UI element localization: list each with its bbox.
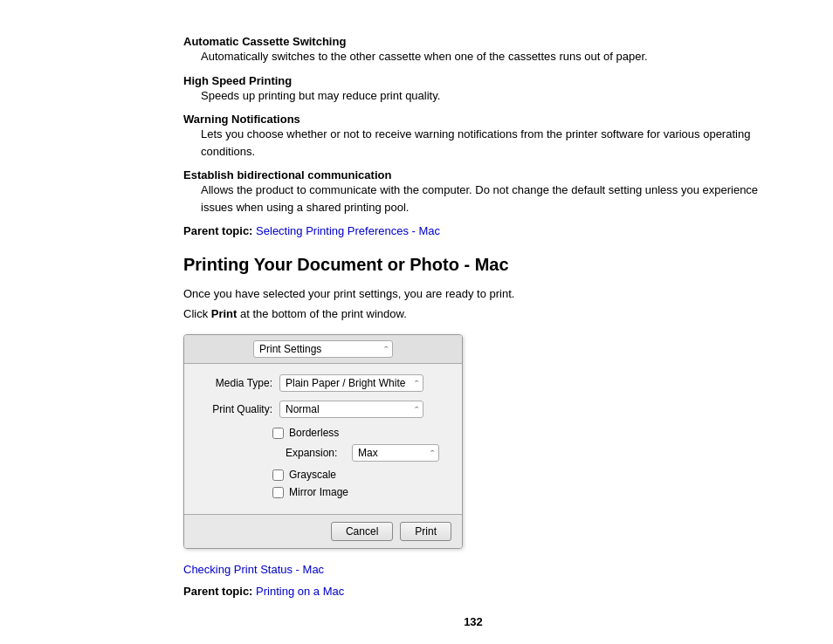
dialog-body: Media Type: Plain Paper / Bright White P… xyxy=(184,364,462,514)
expansion-row: Expansion: Max xyxy=(286,444,448,462)
body-text-2-bold: Print xyxy=(211,307,238,320)
expansion-select[interactable]: Max xyxy=(352,444,439,462)
high-speed-title: High Speed Printing xyxy=(183,74,763,87)
links-section: Checking Print Status - Mac Parent topic… xyxy=(183,563,763,598)
grayscale-checkbox[interactable] xyxy=(272,469,284,481)
parent-topic-1: Parent topic: Selecting Printing Prefere… xyxy=(183,224,763,237)
bidirectional-title: Establish bidirectional communication xyxy=(183,168,763,182)
media-type-select-wrapper[interactable]: Plain Paper / Bright White Paper xyxy=(279,374,423,392)
warning-desc: Lets you choose whether or not to receiv… xyxy=(201,126,763,160)
section-bidirectional: Establish bidirectional communication Al… xyxy=(183,168,763,216)
auto-cassette-desc: Automatically switches to the other cass… xyxy=(201,48,763,65)
body-text-2-prefix: Click xyxy=(183,307,211,320)
section-warning: Warning Notifications Lets you choose wh… xyxy=(183,113,763,160)
content-area: Automatic Cassette Switching Automatical… xyxy=(183,35,763,628)
checking-print-status-link[interactable]: Checking Print Status - Mac xyxy=(183,563,324,576)
borderless-row: Borderless xyxy=(272,427,448,439)
mirror-image-checkbox[interactable] xyxy=(272,487,284,498)
checking-print-status-link-row: Checking Print Status - Mac xyxy=(183,563,763,576)
warning-title: Warning Notifications xyxy=(183,113,763,126)
print-button[interactable]: Print xyxy=(400,522,451,541)
print-quality-label: Print Quality: xyxy=(198,403,272,415)
media-type-select[interactable]: Plain Paper / Bright White Paper xyxy=(279,374,423,392)
borderless-checkbox[interactable] xyxy=(272,428,284,439)
print-quality-row: Print Quality: Normal xyxy=(198,401,448,418)
media-type-label: Media Type: xyxy=(198,377,272,389)
section-auto-cassette: Automatic Cassette Switching Automatical… xyxy=(183,35,763,65)
mirror-image-label[interactable]: Mirror Image xyxy=(289,486,348,498)
bidirectional-desc: Allows the product to communicate with t… xyxy=(201,182,763,216)
body-text-1: Once you have selected your print settin… xyxy=(183,287,763,300)
expansion-label: Expansion: xyxy=(286,447,347,459)
body-text-2: Click Print at the bottom of the print w… xyxy=(183,307,763,320)
grayscale-row: Grayscale xyxy=(272,469,448,481)
print-quality-select-wrapper[interactable]: Normal xyxy=(279,401,423,418)
mirror-image-row: Mirror Image xyxy=(272,486,448,498)
print-quality-select[interactable]: Normal xyxy=(279,401,423,418)
high-speed-desc: Speeds up printing but may reduce print … xyxy=(201,87,763,105)
grayscale-label[interactable]: Grayscale xyxy=(289,469,336,481)
main-heading: Printing Your Document or Photo - Mac xyxy=(183,255,763,275)
parent-topic-1-label: Parent topic: xyxy=(183,224,252,237)
parent-topic-1-link[interactable]: Selecting Printing Preferences - Mac xyxy=(256,224,440,237)
parent-topic-2: Parent topic: Printing on a Mac xyxy=(183,585,763,598)
auto-cassette-title: Automatic Cassette Switching xyxy=(183,35,763,48)
cancel-button[interactable]: Cancel xyxy=(331,522,393,541)
parent-topic-2-link[interactable]: Printing on a Mac xyxy=(256,585,344,598)
parent-topic-2-label: Parent topic: xyxy=(183,585,252,598)
dialog-footer: Cancel Print xyxy=(184,514,462,548)
borderless-label[interactable]: Borderless xyxy=(289,427,339,439)
page-container: Automatic Cassette Switching Automatical… xyxy=(0,0,833,644)
body-text-2-suffix: at the bottom of the print window. xyxy=(237,307,406,320)
print-dialog: Print Settings Media Type: Plain Paper /… xyxy=(183,334,463,549)
expansion-select-wrapper[interactable]: Max xyxy=(352,444,439,462)
dialog-header: Print Settings xyxy=(184,335,462,364)
print-settings-select[interactable]: Print Settings xyxy=(253,340,393,358)
page-number: 132 xyxy=(183,615,763,628)
media-type-row: Media Type: Plain Paper / Bright White P… xyxy=(198,374,448,392)
header-select-wrapper[interactable]: Print Settings xyxy=(253,340,393,358)
section-high-speed: High Speed Printing Speeds up printing b… xyxy=(183,74,763,105)
